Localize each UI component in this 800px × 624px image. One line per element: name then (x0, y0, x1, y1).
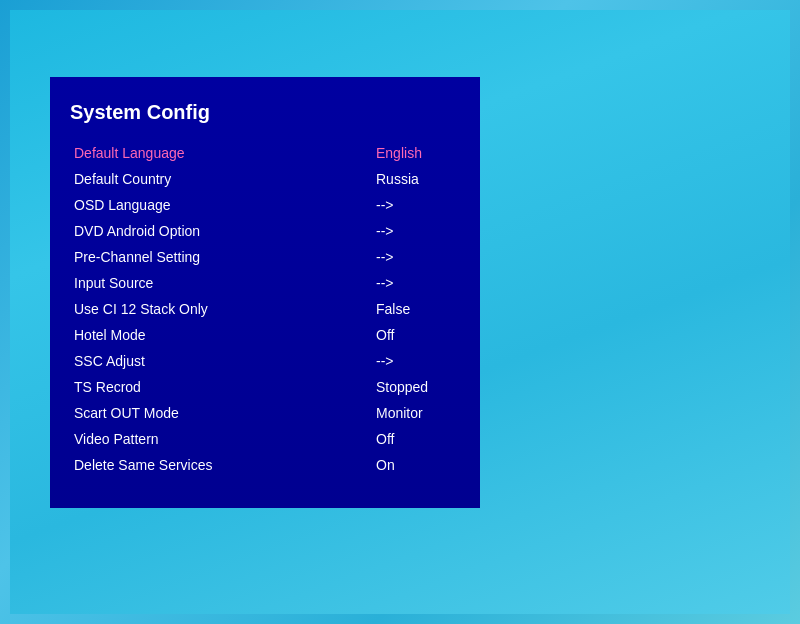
menu-item-label: Pre-Channel Setting (74, 249, 376, 265)
menu-item-label: Hotel Mode (74, 327, 376, 343)
menu-item[interactable]: DVD Android Option--> (70, 218, 460, 244)
menu-item[interactable]: Input Source--> (70, 270, 460, 296)
menu-item-label: OSD Language (74, 197, 376, 213)
menu-item[interactable]: OSD Language--> (70, 192, 460, 218)
menu-item-value: English (376, 145, 456, 161)
panel-title: System Config (70, 101, 460, 124)
menu-item[interactable]: Default LanguageEnglish (70, 140, 460, 166)
menu-item-value: --> (376, 249, 456, 265)
menu-item-value: False (376, 301, 456, 317)
menu-item[interactable]: TS RecrodStopped (70, 374, 460, 400)
menu-item-label: Delete Same Services (74, 457, 376, 473)
menu-item-label: Scart OUT Mode (74, 405, 376, 421)
menu-item-label: Video Pattern (74, 431, 376, 447)
menu-item-value: --> (376, 223, 456, 239)
menu-item[interactable]: Pre-Channel Setting--> (70, 244, 460, 270)
menu-item-value: Off (376, 327, 456, 343)
menu-item-value: Off (376, 431, 456, 447)
menu-item[interactable]: Video PatternOff (70, 426, 460, 452)
menu-item-label: SSC Adjust (74, 353, 376, 369)
menu-item[interactable]: Use CI 12 Stack OnlyFalse (70, 296, 460, 322)
menu-item-label: Default Language (74, 145, 376, 161)
menu-item[interactable]: SSC Adjust--> (70, 348, 460, 374)
menu-item-label: TS Recrod (74, 379, 376, 395)
menu-item[interactable]: Default CountryRussia (70, 166, 460, 192)
menu-item-value: Stopped (376, 379, 456, 395)
menu-item-label: Default Country (74, 171, 376, 187)
menu-item-value: On (376, 457, 456, 473)
menu-item-label: Input Source (74, 275, 376, 291)
menu-item-value: --> (376, 197, 456, 213)
screen-frame: System Config Default LanguageEnglishDef… (10, 10, 790, 614)
menu-item-value: Russia (376, 171, 456, 187)
menu-item[interactable]: Delete Same ServicesOn (70, 452, 460, 478)
system-config-panel: System Config Default LanguageEnglishDef… (50, 77, 480, 508)
menu-item-value: --> (376, 275, 456, 291)
menu-item-value: --> (376, 353, 456, 369)
menu-item[interactable]: Hotel ModeOff (70, 322, 460, 348)
menu-item-value: Monitor (376, 405, 456, 421)
menu-item-label: DVD Android Option (74, 223, 376, 239)
menu-item-label: Use CI 12 Stack Only (74, 301, 376, 317)
menu-list: Default LanguageEnglishDefault CountryRu… (70, 140, 460, 478)
menu-item[interactable]: Scart OUT ModeMonitor (70, 400, 460, 426)
